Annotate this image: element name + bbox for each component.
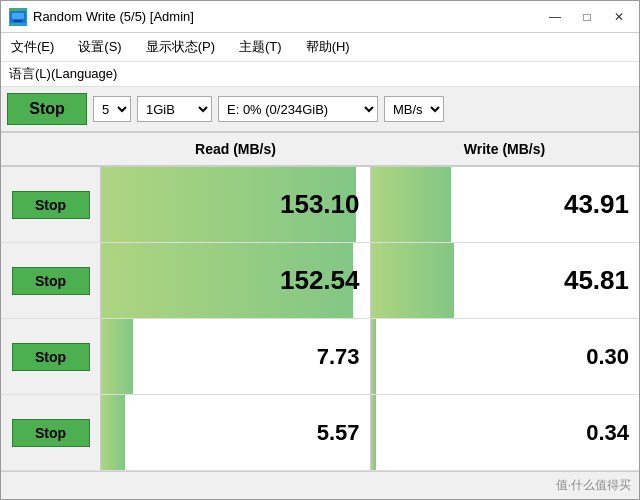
row-1-write-value: 43.91 (381, 189, 630, 220)
row-4-write-cell: 0.34 (371, 395, 640, 470)
col-read-header: Read (MB/s) (101, 133, 370, 167)
menu-theme[interactable]: 主题(T) (235, 36, 286, 58)
language-bar[interactable]: 语言(L)(Language) (1, 62, 639, 87)
row-1-stop-cell: Stop (1, 167, 101, 242)
row-1-stop-button[interactable]: Stop (12, 191, 90, 219)
row-3-write-value: 0.30 (381, 344, 630, 370)
row-2-write-cell: 45.81 (371, 243, 640, 318)
main-window: Random Write (5/5) [Admin] — □ ✕ 文件(E) 设… (0, 0, 640, 500)
svg-rect-2 (14, 20, 22, 22)
row-3-stop-cell: Stop (1, 319, 101, 394)
row-4-read-cell: 5.57 (101, 395, 371, 470)
row-1-write-cell: 43.91 (371, 167, 640, 242)
main-content: Read (MB/s) Write (MB/s) Stop 153.10 43.… (1, 133, 639, 471)
table-row: Stop 152.54 45.81 (1, 243, 639, 319)
svg-rect-1 (12, 13, 24, 19)
toolbar: Stop 5 1 2 4 8 1GiB 512MiB 4GiB E: 0% (0… (1, 87, 639, 133)
main-stop-button[interactable]: Stop (7, 93, 87, 125)
table-row: Stop 7.73 0.30 (1, 319, 639, 395)
row-2-stop-cell: Stop (1, 243, 101, 318)
queue-select[interactable]: 5 1 2 4 8 (93, 96, 131, 122)
app-icon (9, 8, 27, 26)
table-header: Read (MB/s) Write (MB/s) (1, 133, 639, 167)
menu-help[interactable]: 帮助(H) (302, 36, 354, 58)
close-button[interactable]: ✕ (607, 7, 631, 27)
row-2-read-cell: 152.54 (101, 243, 371, 318)
table-body: Stop 153.10 43.91 Stop 152.54 (1, 167, 639, 471)
menu-display[interactable]: 显示状态(P) (142, 36, 219, 58)
minimize-button[interactable]: — (543, 7, 567, 27)
menu-settings[interactable]: 设置(S) (74, 36, 125, 58)
row-2-write-value: 45.81 (381, 265, 630, 296)
header-side (1, 133, 101, 167)
row-3-write-cell: 0.30 (371, 319, 640, 394)
row-1-read-cell: 153.10 (101, 167, 371, 242)
row-1-read-value: 153.10 (111, 189, 360, 220)
unit-select[interactable]: MB/s GB/s (384, 96, 444, 122)
row-4-write-value: 0.34 (381, 420, 630, 446)
row-3-read-value: 7.73 (111, 344, 360, 370)
size-select[interactable]: 1GiB 512MiB 4GiB (137, 96, 212, 122)
table-row: Stop 153.10 43.91 (1, 167, 639, 243)
menu-file[interactable]: 文件(E) (7, 36, 58, 58)
row-3-write-bar (371, 319, 376, 394)
table-row: Stop 5.57 0.34 (1, 395, 639, 471)
maximize-button[interactable]: □ (575, 7, 599, 27)
menu-bar: 文件(E) 设置(S) 显示状态(P) 主题(T) 帮助(H) (1, 33, 639, 62)
row-4-stop-button[interactable]: Stop (12, 419, 90, 447)
window-title: Random Write (5/5) [Admin] (33, 9, 543, 24)
drive-select[interactable]: E: 0% (0/234GiB) (218, 96, 378, 122)
row-3-stop-button[interactable]: Stop (12, 343, 90, 371)
row-4-stop-cell: Stop (1, 395, 101, 470)
watermark-text: 值·什么值得买 (556, 477, 631, 494)
row-2-stop-button[interactable]: Stop (12, 267, 90, 295)
language-label: 语言(L)(Language) (9, 66, 117, 81)
window-controls: — □ ✕ (543, 7, 631, 27)
row-3-read-cell: 7.73 (101, 319, 371, 394)
row-2-read-value: 152.54 (111, 265, 360, 296)
title-bar: Random Write (5/5) [Admin] — □ ✕ (1, 1, 639, 33)
row-4-write-bar (371, 395, 376, 470)
row-4-read-value: 5.57 (111, 420, 360, 446)
col-write-header: Write (MB/s) (370, 133, 639, 167)
status-bar: 值·什么值得买 (1, 471, 639, 499)
